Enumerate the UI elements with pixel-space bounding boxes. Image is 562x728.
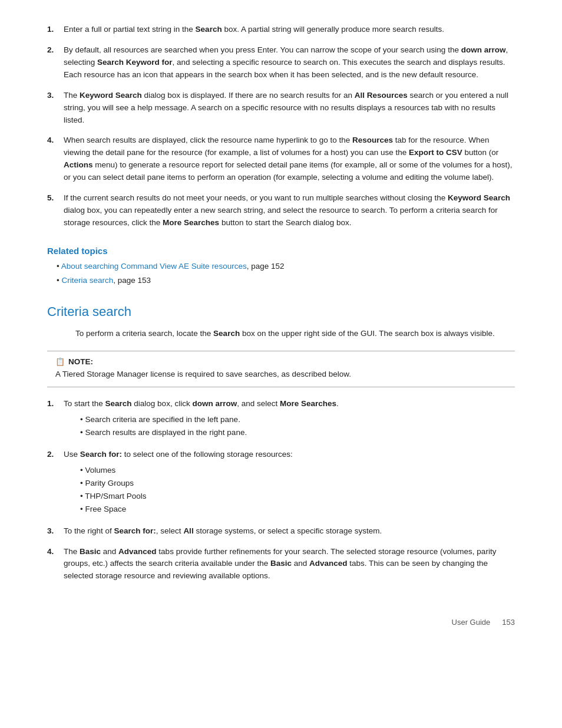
criteria-step-item: 3.To the right of Search for:, select Al… — [47, 525, 515, 538]
step-number: 2. — [47, 449, 64, 517]
list-content: If the current search results do not mee… — [64, 192, 515, 229]
related-topics-title: Related topics — [47, 246, 515, 256]
criteria-search-section: Criteria search To perform a criteria se… — [47, 304, 515, 582]
step-bullet-item: THP/Smart Pools — [80, 490, 515, 502]
list-number: 3. — [47, 90, 64, 127]
related-topics-item[interactable]: About searching Command View AE Suite re… — [57, 261, 515, 272]
note-box: 📋 NOTE: A Tiered Storage Manager license… — [47, 351, 515, 387]
list-item: 3.The Keyword Search dialog box is displ… — [47, 90, 515, 127]
criteria-step-item: 4.The Basic and Advanced tabs provide fu… — [47, 546, 515, 583]
step-bullet-item: Search criteria are specified in the lef… — [80, 414, 515, 426]
criteria-search-intro: To perform a criteria search, locate the… — [75, 328, 515, 340]
related-topics-item[interactable]: Criteria search, page 153 — [57, 275, 515, 286]
footer-page: 153 — [502, 618, 515, 627]
step-bullet-item: Volumes — [80, 465, 515, 476]
main-numbered-list: 1.Enter a full or partial text string in… — [47, 24, 515, 229]
footer-label: User Guide — [452, 618, 491, 627]
list-content: By default, all resources are searched w… — [64, 44, 515, 81]
note-label-text: NOTE: — [68, 357, 93, 366]
step-content: The Basic and Advanced tabs provide furt… — [64, 546, 515, 583]
list-content: Enter a full or partial text string in t… — [64, 24, 515, 36]
related-topics-link[interactable]: Criteria search — [61, 276, 113, 285]
step-bullet-item: Parity Groups — [80, 477, 515, 489]
list-content: When search results are displayed, click… — [64, 134, 515, 184]
list-item: 2.By default, all resources are searched… — [47, 44, 515, 81]
step-content: Use Search for: to select one of the fol… — [64, 449, 515, 517]
step-bullet-item: Free Space — [80, 503, 515, 515]
step-content: To start the Search dialog box, click do… — [64, 398, 515, 440]
related-topics-list: About searching Command View AE Suite re… — [57, 261, 515, 287]
step-bullet-item: Search results are displayed in the righ… — [80, 427, 515, 439]
note-icon: 📋 — [55, 357, 65, 366]
list-item: 1.Enter a full or partial text string in… — [47, 24, 515, 36]
list-number: 5. — [47, 192, 64, 229]
step-number: 3. — [47, 525, 64, 538]
note-label: 📋 NOTE: — [55, 357, 507, 366]
related-topics-link[interactable]: About searching Command View AE Suite re… — [61, 262, 247, 271]
criteria-step-item: 2.Use Search for: to select one of the f… — [47, 449, 515, 517]
step-bullet-list: Search criteria are specified in the lef… — [80, 414, 515, 439]
list-number: 2. — [47, 44, 64, 81]
list-item: 4.When search results are displayed, cli… — [47, 134, 515, 184]
step-number: 1. — [47, 398, 64, 440]
criteria-step-item: 1.To start the Search dialog box, click … — [47, 398, 515, 440]
note-text: A Tiered Storage Manager license is requ… — [55, 368, 507, 381]
step-content: To the right of Search for:, select All … — [64, 525, 515, 538]
related-topics-section: Related topics About searching Command V… — [47, 246, 515, 287]
list-item: 5.If the current search results do not m… — [47, 192, 515, 229]
step-bullet-list: VolumesParity GroupsTHP/Smart PoolsFree … — [80, 465, 515, 516]
list-number: 1. — [47, 24, 64, 36]
criteria-search-heading: Criteria search — [47, 304, 515, 319]
list-number: 4. — [47, 134, 64, 184]
step-number: 4. — [47, 546, 64, 583]
footer: User Guide 153 — [47, 618, 515, 627]
list-content: The Keyword Search dialog box is display… — [64, 90, 515, 127]
criteria-steps-list: 1.To start the Search dialog box, click … — [47, 398, 515, 582]
